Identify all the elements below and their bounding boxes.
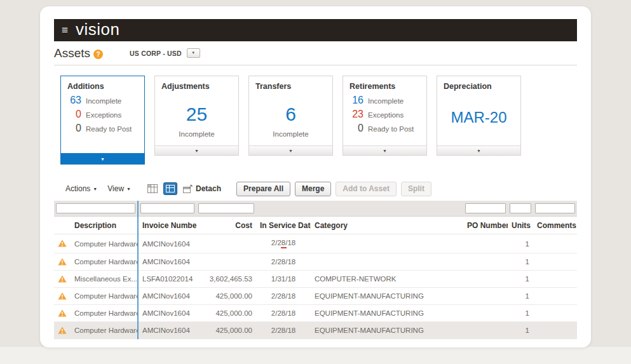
card-title: Transfers bbox=[249, 76, 332, 93]
card-title: Retirements bbox=[343, 76, 426, 93]
cell-cost: 425,000.00 bbox=[196, 305, 256, 322]
table-toolbar: Actions ▼ View ▼ bbox=[65, 181, 577, 196]
stat-row: 16 Incomplete bbox=[343, 93, 426, 107]
chevron-down-icon: ▼ bbox=[100, 157, 105, 161]
cell-units: 1 bbox=[508, 253, 533, 271]
cell-cost: 425,000.00 bbox=[196, 288, 256, 305]
card-adjustments[interactable]: Adjustments 25 Incomplete ▼ bbox=[154, 76, 239, 156]
hamburger-menu-icon[interactable]: ≡ bbox=[62, 25, 68, 36]
cell-cost: 425,000.00 bbox=[196, 322, 256, 339]
table-row[interactable]: Miscellaneous Ex... LSFA01022014 3,602,4… bbox=[54, 271, 577, 288]
column-header-description[interactable]: Description bbox=[71, 217, 138, 234]
actions-menu-label: Actions bbox=[65, 184, 90, 193]
cell-cost bbox=[196, 234, 256, 253]
chevron-down-icon: ▼ bbox=[477, 149, 481, 153]
freeze-columns-icon[interactable] bbox=[147, 184, 158, 193]
card-depreciation[interactable]: Depreciation MAR-20 ▼ bbox=[437, 76, 521, 156]
table-row[interactable]: Computer Hardware AMCINov1604 2/28/18 1 bbox=[54, 234, 577, 253]
card-big-label: Incomplete bbox=[155, 130, 238, 138]
card-big-value: 6 bbox=[249, 104, 332, 125]
table-row[interactable]: Computer Hardware AMCINov1604 2/28/18 1 bbox=[54, 253, 577, 271]
cell-category: EQUIPMENT-MANUFACTURING bbox=[311, 305, 463, 322]
table-header-row: Description Invoice Number Cost In Servi… bbox=[54, 217, 577, 234]
stat-row: 0 Exceptions bbox=[61, 107, 144, 121]
cell-in-service-date: 2/28/18 bbox=[256, 253, 311, 271]
cell-po-number bbox=[463, 253, 508, 271]
filter-input-po-number[interactable] bbox=[465, 203, 506, 213]
stat-label: Exceptions bbox=[368, 111, 404, 119]
cell-in-service-date: 2/28/18 bbox=[256, 322, 311, 339]
column-header-comments[interactable]: Comments bbox=[533, 217, 577, 234]
card-expander[interactable]: ▼ bbox=[249, 145, 332, 155]
chevron-down-icon: ▼ bbox=[383, 149, 387, 153]
card-expander[interactable]: ▼ bbox=[61, 153, 144, 164]
cell-comments bbox=[533, 234, 577, 253]
actions-menu[interactable]: Actions ▼ bbox=[65, 184, 97, 193]
cell-category: COMPUTER-NETWORK bbox=[311, 271, 463, 288]
column-header-invoice[interactable]: Invoice Number bbox=[138, 217, 196, 234]
view-menu-label: View bbox=[107, 184, 124, 193]
column-header-in-service-date[interactable]: In Service Date bbox=[256, 217, 311, 234]
chevron-down-icon: ▼ bbox=[93, 187, 97, 191]
help-icon[interactable]: ? bbox=[93, 50, 103, 59]
split-button: Split bbox=[401, 182, 431, 196]
filter-input-comments[interactable] bbox=[535, 203, 575, 213]
card-expander[interactable]: ▼ bbox=[437, 145, 520, 155]
detach-button[interactable]: Detach bbox=[183, 184, 221, 193]
view-menu[interactable]: View ▼ bbox=[107, 184, 131, 193]
page-header: Assets ? US CORP - USD ▼ bbox=[54, 41, 577, 65]
stat-label: Ready to Post bbox=[86, 125, 132, 133]
device-base bbox=[0, 347, 631, 364]
cell-category: EQUIPMENT-MANUFACTURING bbox=[311, 322, 463, 339]
merge-button[interactable]: Merge bbox=[295, 182, 331, 196]
cell-description: Miscellaneous Ex... bbox=[71, 271, 138, 288]
filter-input-description[interactable] bbox=[56, 203, 135, 213]
cell-description: Computer Hardware bbox=[71, 253, 138, 271]
table-row[interactable]: Computer Hardware AMCINov1604 425,000.00… bbox=[54, 305, 577, 322]
column-header-units[interactable]: Units bbox=[508, 217, 533, 234]
cell-po-number bbox=[463, 271, 508, 288]
card-expander[interactable]: ▼ bbox=[343, 145, 426, 155]
card-additions[interactable]: Additions 63 Incomplete 0 Exceptions 0 R… bbox=[60, 76, 145, 165]
card-retirements[interactable]: Retirements 16 Incomplete 23 Exceptions … bbox=[343, 76, 427, 156]
stat-row: 63 Incomplete bbox=[61, 93, 144, 107]
card-title: Additions bbox=[61, 76, 144, 93]
cell-comments bbox=[533, 322, 577, 339]
stat-row: 23 Exceptions bbox=[343, 107, 426, 121]
column-header-category[interactable]: Category bbox=[311, 217, 463, 234]
stat-value: 0 bbox=[64, 109, 81, 120]
cell-in-service-date: 2/28/18 bbox=[256, 288, 311, 305]
stat-label: Incomplete bbox=[368, 97, 404, 105]
cell-comments bbox=[533, 288, 577, 305]
card-transfers[interactable]: Transfers 6 Incomplete ▼ bbox=[248, 76, 333, 156]
warning-icon bbox=[54, 322, 71, 339]
filter-input-units[interactable] bbox=[510, 203, 531, 213]
cell-cost: 3,602,465.53 bbox=[196, 271, 256, 288]
stat-value: 63 bbox=[64, 95, 81, 106]
detach-label: Detach bbox=[196, 184, 221, 193]
query-by-example-icon[interactable] bbox=[163, 182, 177, 195]
filter-input-cost[interactable] bbox=[198, 203, 254, 213]
column-header-cost[interactable]: Cost bbox=[196, 217, 256, 234]
table-row-selected[interactable]: Computer Hardware AMCINov1604 425,000.00… bbox=[54, 322, 577, 339]
cell-units: 1 bbox=[508, 288, 533, 305]
cell-po-number bbox=[463, 288, 508, 305]
card-big-value: MAR-20 bbox=[437, 109, 520, 126]
card-expander[interactable]: ▼ bbox=[155, 145, 238, 155]
filter-input-invoice[interactable] bbox=[140, 203, 194, 213]
card-title: Adjustments bbox=[155, 76, 238, 93]
warning-icon bbox=[54, 234, 71, 253]
chevron-down-icon: ▼ bbox=[126, 187, 131, 191]
column-header-po-number[interactable]: PO Number bbox=[463, 217, 508, 234]
stat-value: 16 bbox=[346, 95, 363, 106]
cell-in-service-date: 2/28/18 bbox=[256, 305, 311, 322]
table-row[interactable]: Computer Hardware AMCINov1604 425,000.00… bbox=[54, 288, 577, 305]
prepare-all-button[interactable]: Prepare All bbox=[236, 182, 290, 196]
warning-icon bbox=[54, 253, 71, 271]
cell-category bbox=[311, 253, 463, 271]
warning-icon bbox=[54, 271, 71, 288]
card-big-value: 25 bbox=[155, 104, 238, 125]
screen: ≡ vision Assets ? US CORP - USD ▼ Additi… bbox=[40, 6, 591, 347]
ledger-context-dropdown[interactable]: ▼ bbox=[187, 48, 200, 58]
stat-label: Incomplete bbox=[86, 97, 121, 105]
